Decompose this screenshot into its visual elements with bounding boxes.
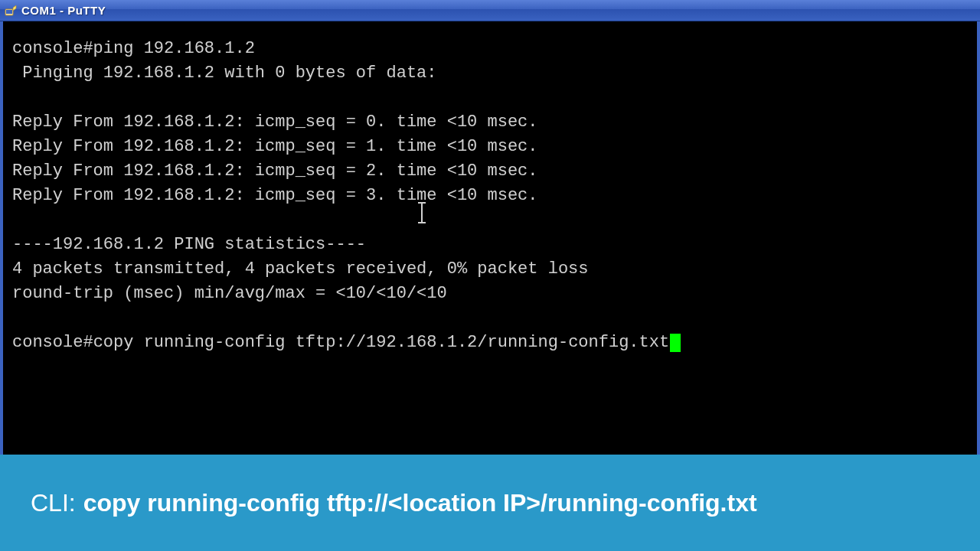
terminal-current-command[interactable]: copy running-config tftp://192.168.1.2/r… (93, 333, 670, 352)
caption-command: copy running-config tftp://<location IP>… (83, 489, 757, 517)
window-title: COM1 - PuTTY (21, 4, 106, 17)
caption-prefix: CLI: (31, 489, 76, 517)
window-title-bar[interactable]: COM1 - PuTTY (0, 0, 980, 21)
terminal[interactable]: console#ping 192.168.1.2 Pinging 192.168… (3, 21, 977, 435)
svg-rect-1 (6, 10, 12, 14)
terminal-output: console#ping 192.168.1.2 Pinging 192.168… (12, 39, 589, 303)
caption-banner: CLI: copy running-config tftp://<locatio… (0, 455, 980, 551)
terminal-caret (670, 334, 681, 352)
terminal-prompt: console# (12, 333, 93, 352)
putty-icon (5, 5, 17, 17)
